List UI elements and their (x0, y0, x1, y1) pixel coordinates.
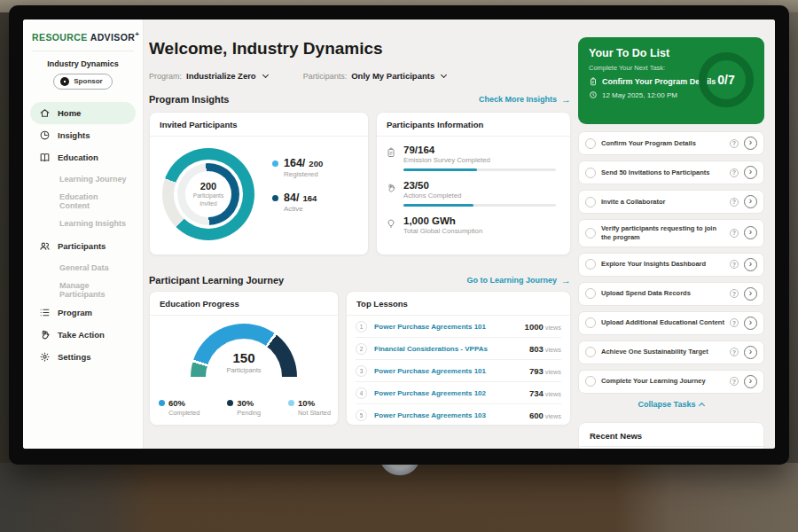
todo-checkbox[interactable] (585, 317, 596, 328)
help-icon[interactable]: ? (730, 377, 739, 386)
help-icon[interactable]: ? (730, 289, 739, 298)
todo-checkbox[interactable] (585, 168, 596, 178)
program-dropdown[interactable]: Program: Industrialize Zero (149, 71, 268, 81)
help-icon[interactable]: ? (730, 168, 739, 177)
legend-registered: 164/200 Registered (272, 157, 323, 178)
lesson-views-suffix: views (545, 324, 561, 332)
todo-checkbox[interactable] (585, 197, 596, 207)
logo-plus: + (135, 30, 139, 38)
lesson-views-suffix: views (545, 368, 561, 376)
chevron-right-icon[interactable]: › (744, 166, 757, 179)
chevron-right-icon[interactable]: › (744, 375, 757, 388)
sidebar-item-settings[interactable]: Settings (30, 346, 136, 368)
lesson-link[interactable]: Power Purchase Agreements 101 (374, 367, 522, 375)
sponsor-badge[interactable]: Sponsor (53, 74, 112, 90)
sidebar-item-education-content[interactable]: Education Content (30, 191, 136, 213)
education-progress-title: Education Progress (150, 292, 338, 316)
chevron-right-icon[interactable]: › (744, 226, 757, 239)
todo-item-achieve-one-sustainability-target[interactable]: Achieve One Sustainability Target?› (578, 340, 764, 364)
todo-item-upload-additional-educational-content[interactable]: Upload Additional Educational Content?› (578, 311, 764, 335)
sidebar-item-program[interactable]: Program (30, 301, 136, 324)
lesson-link[interactable]: Power Purchase Agreements 101 (374, 323, 518, 331)
help-icon[interactable]: ? (730, 198, 739, 207)
todo-checkbox[interactable] (585, 288, 596, 299)
lesson-row: 1Power Purchase Agreements 1011000views (356, 316, 561, 338)
lesson-link[interactable]: Financial Considerations - VPPAs (374, 345, 522, 353)
todo-item-upload-spend-data-records[interactable]: Upload Spend Data Records?› (578, 282, 764, 306)
education-progress-gauge-chart: 150 Participants (191, 324, 297, 389)
todo-item-send-50-invitations-to-participants[interactable]: Send 50 Invitations to Participants?› (578, 160, 764, 184)
legend-active: 84/164 Active (272, 192, 323, 213)
chevron-right-icon[interactable]: › (744, 195, 757, 208)
todo-progress-value: 0/7 (717, 73, 734, 87)
top-lessons-title: Top Lessons (347, 292, 570, 316)
check-more-insights-link[interactable]: Check More Insights → (479, 95, 571, 105)
chevron-up-icon (699, 402, 705, 408)
todo-checkbox[interactable] (585, 376, 596, 387)
todo-checkbox[interactable] (585, 138, 596, 149)
collapse-tasks-link[interactable]: Collapse Tasks (578, 400, 764, 409)
todo-item-verify-participants-requesting-to-join-the-program[interactable]: Verify participants requesting to join t… (578, 219, 764, 247)
todo-checkbox[interactable] (585, 228, 596, 239)
registered-value: 164/ (284, 157, 305, 169)
help-icon[interactable]: ? (730, 229, 739, 238)
help-icon[interactable]: ? (730, 348, 739, 356)
invited-participants-donut-chart: 200 Participants Invited (162, 148, 254, 240)
sidebar-item-home[interactable]: Home (30, 102, 136, 124)
chevron-right-icon[interactable]: › (744, 317, 757, 330)
sidebar-item-insights[interactable]: Insights (30, 124, 136, 146)
education-icon (39, 152, 51, 163)
help-icon[interactable]: ? (730, 318, 739, 327)
completed-dot-icon (159, 400, 165, 406)
chevron-right-icon[interactable]: › (744, 258, 757, 271)
education-progress-card: Education Progress 150 Participants 60% … (149, 291, 339, 426)
participants-dropdown[interactable]: Participants: Only My Participants (303, 71, 447, 81)
help-icon[interactable]: ? (730, 260, 739, 269)
stat-label: Total Global Consumption (403, 227, 482, 235)
participants-dropdown-label: Participants: (303, 72, 348, 81)
not-started-dot-icon (288, 400, 294, 406)
todo-label: Achieve One Sustainability Target (601, 348, 724, 356)
stat-label: Actions Completed (403, 192, 556, 200)
todo-item-invite-a-collaborator[interactable]: Invite a Collaborator?› (578, 190, 764, 214)
chevron-right-icon[interactable]: › (744, 287, 757, 301)
todo-checkbox[interactable] (585, 259, 596, 270)
lesson-link[interactable]: Power Purchase Agreements 103 (374, 411, 522, 419)
help-icon[interactable]: ? (730, 139, 739, 148)
go-to-learning-journey-link[interactable]: Go to Learning Journey → (466, 276, 571, 286)
completed-label: Completed (168, 409, 200, 417)
chevron-down-icon (262, 72, 269, 78)
sidebar-item-participants[interactable]: Participants (30, 235, 136, 257)
todo-item-explore-your-insights-dashboard[interactable]: Explore Your Insights Dashboard?› (578, 253, 764, 277)
sidebar-item-education[interactable]: Education (30, 146, 136, 168)
gauge-center-value: 150 (191, 350, 297, 365)
participants-information-title: Participants Information (377, 113, 570, 137)
program-insights-header: Program Insights Check More Insights → (149, 94, 571, 105)
todo-due-label: 12 May 2025, 12:00 PM (602, 91, 677, 99)
todo-progress-ring: 0/7 (699, 52, 754, 107)
sidebar-nav: HomeInsightsEducationLearning JourneyEdu… (23, 97, 143, 373)
todo-checkbox[interactable] (585, 347, 596, 357)
lessons-list: 1Power Purchase Agreements 1011000views2… (347, 316, 570, 426)
sidebar-item-take-action[interactable]: Take Action (30, 324, 136, 346)
legend-completed: 60% Completed (159, 398, 200, 417)
sidebar-item-manage-participants[interactable]: Manage Participants (30, 279, 136, 301)
chevron-right-icon[interactable]: › (744, 346, 757, 359)
sidebar-item-learning-journey[interactable]: Learning Journey (30, 168, 136, 191)
lesson-link[interactable]: Power Purchase Agreements 102 (374, 389, 522, 397)
invited-participants-card: Invited Participants 200 Participants In… (149, 112, 369, 255)
sidebar-item-general-data[interactable]: General Data (30, 257, 136, 279)
todo-item-complete-your-learning-journey[interactable]: Complete Your Learning Journey?› (578, 370, 764, 394)
stat-body: 23/50Actions Completed (403, 180, 556, 207)
home-icon (39, 107, 51, 119)
pending-dot-icon (227, 400, 233, 406)
program-dropdown-label: Program: (149, 72, 182, 81)
todo-item-confirm-your-program-details[interactable]: Confirm Your Program Details?› (578, 131, 764, 155)
todo-label: Upload Additional Educational Content (601, 318, 724, 327)
sidebar-item-learning-insights[interactable]: Learning Insights (30, 213, 136, 235)
todo-label: Invite a Collaborator (601, 198, 724, 207)
donut-center-value: 200 (188, 181, 229, 192)
pending-label: Pending (237, 409, 261, 417)
sidebar-item-label: Education Content (59, 192, 127, 210)
chevron-right-icon[interactable]: › (744, 137, 757, 150)
